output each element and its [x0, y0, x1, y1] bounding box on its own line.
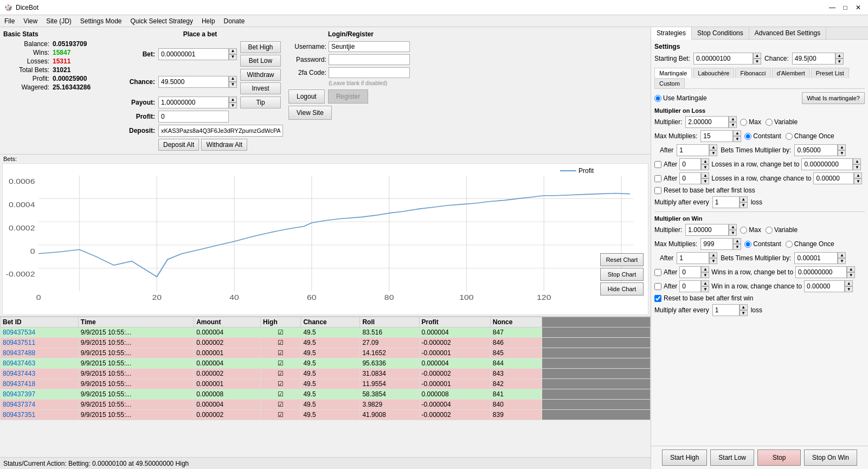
- tab-stop-conditions[interactable]: Stop Conditions: [692, 27, 749, 39]
- username-input[interactable]: [329, 41, 410, 52]
- bet-id-link[interactable]: 809437351: [3, 411, 35, 419]
- max-mult-input[interactable]: [700, 130, 733, 142]
- bet-id-link[interactable]: 809437443: [3, 370, 35, 377]
- times-mult-win-spin-up[interactable]: ▲: [838, 252, 846, 258]
- menu-file[interactable]: File: [0, 16, 19, 26]
- multiplier-win-input[interactable]: [685, 224, 729, 236]
- chance-input[interactable]: [158, 76, 229, 88]
- bet-high-button[interactable]: Bet High: [240, 41, 281, 53]
- change-chance-val-input[interactable]: [813, 172, 854, 184]
- bet-id-link[interactable]: 809437534: [3, 329, 35, 336]
- mart-tab-dalembert[interactable]: d'Alembert: [772, 68, 810, 78]
- constant-radio-loss[interactable]: [744, 133, 751, 140]
- bet-low-button[interactable]: Bet Low: [240, 55, 281, 67]
- withdraw-button[interactable]: Withdraw: [240, 69, 281, 81]
- chance-spin-down[interactable]: ▼: [229, 82, 237, 88]
- change-bet-spin-down[interactable]: ▼: [853, 164, 861, 170]
- starting-bet-spin-up[interactable]: ▲: [753, 53, 761, 59]
- starting-bet-spin-down[interactable]: ▼: [753, 59, 761, 65]
- reset-chart-button[interactable]: Reset Chart: [600, 253, 644, 266]
- mart-tab-custom[interactable]: Custom: [654, 78, 685, 88]
- invest-button[interactable]: Invest: [240, 82, 281, 94]
- multiply-win-every-spin-up[interactable]: ▲: [740, 304, 748, 310]
- max-radio-win[interactable]: [740, 227, 747, 234]
- after-wins-chance-spin-up[interactable]: ▲: [701, 280, 709, 286]
- after-losses-spin-up[interactable]: ▲: [701, 158, 709, 164]
- deposit-input[interactable]: [158, 125, 283, 137]
- menu-quick-select[interactable]: Quick Select Strategy: [126, 16, 197, 26]
- bet-id-link[interactable]: 809437374: [3, 401, 35, 408]
- password-input[interactable]: [329, 54, 410, 65]
- after-losses-chance-checkbox[interactable]: [654, 175, 661, 182]
- after-loss-spin-up[interactable]: ▲: [709, 144, 717, 150]
- twofa-input[interactable]: [329, 67, 410, 78]
- change-chance-spin-up[interactable]: ▲: [854, 172, 862, 178]
- change-win-bet-spin-up[interactable]: ▲: [847, 266, 855, 272]
- change-once-radio-win[interactable]: [786, 241, 793, 248]
- times-mult-spin-down[interactable]: ▼: [838, 150, 846, 156]
- after-win-bets-input[interactable]: [677, 252, 709, 264]
- stop-button[interactable]: Stop: [757, 449, 801, 466]
- stop-chart-button[interactable]: Stop Chart: [600, 268, 644, 281]
- mart-tab-fibonacci[interactable]: Fibonacci: [735, 68, 770, 78]
- after-losses-spin-down[interactable]: ▼: [701, 164, 709, 170]
- minimize-button[interactable]: —: [827, 3, 838, 12]
- change-once-radio-loss[interactable]: [786, 133, 793, 140]
- tab-strategies[interactable]: Strategies: [651, 27, 692, 40]
- chance-spin-up[interactable]: ▲: [229, 76, 237, 82]
- bet-id-link[interactable]: 809437488: [3, 349, 35, 357]
- menu-view[interactable]: View: [19, 16, 42, 26]
- payout-spin-down[interactable]: ▼: [229, 102, 237, 108]
- bet-table-wrap[interactable]: Bet ID Time Amount High Chance Roll Prof…: [0, 316, 651, 425]
- bet-id-link[interactable]: 809437397: [3, 390, 35, 398]
- mult-loss-spin-up[interactable]: ▲: [729, 116, 737, 122]
- chance-right-spin-down[interactable]: ▼: [835, 59, 844, 65]
- after-loss-spin-down[interactable]: ▼: [709, 150, 717, 156]
- constant-radio-win[interactable]: [744, 241, 751, 248]
- after-win-spin-up[interactable]: ▲: [709, 252, 717, 258]
- reset-base-win-checkbox[interactable]: [654, 295, 661, 302]
- after-losses-chance-spin-down[interactable]: ▼: [701, 178, 709, 184]
- start-high-button[interactable]: Start High: [662, 449, 707, 466]
- mult-loss-spin-down[interactable]: ▼: [729, 122, 737, 128]
- logout-button[interactable]: Logout: [288, 89, 325, 104]
- mart-tab-martingale[interactable]: Martingale: [654, 68, 692, 78]
- multiplier-loss-input[interactable]: [685, 116, 729, 128]
- change-bet-val-input[interactable]: [801, 158, 853, 170]
- change-chance-spin-down[interactable]: ▼: [854, 178, 862, 184]
- mult-win-spin-down[interactable]: ▼: [729, 230, 737, 236]
- bet-id-link[interactable]: 809437463: [3, 359, 35, 367]
- after-wins-chance-spin-down[interactable]: ▼: [701, 286, 709, 292]
- max-mult-win-spin-up[interactable]: ▲: [733, 238, 741, 244]
- payout-spin-up[interactable]: ▲: [229, 97, 237, 102]
- after-wins-chance-checkbox[interactable]: [654, 283, 661, 290]
- chance-right-input[interactable]: [792, 53, 835, 65]
- after-losses-chance-input[interactable]: [679, 172, 701, 184]
- multiply-win-every-spin-down[interactable]: ▼: [740, 310, 748, 316]
- menu-donate[interactable]: Donate: [220, 16, 249, 26]
- after-loss-bets-input[interactable]: [677, 144, 709, 156]
- bet-input[interactable]: [158, 48, 229, 60]
- register-button[interactable]: Register: [328, 89, 369, 104]
- change-win-chance-val-input[interactable]: [804, 280, 845, 292]
- bet-spin-down[interactable]: ▼: [229, 54, 237, 60]
- withdraw-alt-button[interactable]: Withdraw Alt: [201, 139, 247, 151]
- reset-base-loss-checkbox[interactable]: [654, 187, 661, 194]
- times-mult-spin-up[interactable]: ▲: [838, 144, 846, 150]
- after-losses-chance-spin-up[interactable]: ▲: [701, 172, 709, 178]
- change-win-chance-spin-down[interactable]: ▼: [845, 286, 853, 292]
- profit-input[interactable]: [158, 111, 229, 123]
- stop-on-win-button[interactable]: Stop On Win: [804, 449, 857, 466]
- close-button[interactable]: ✕: [853, 3, 864, 12]
- tip-button[interactable]: Tip: [240, 97, 281, 108]
- multiply-every-spin-down[interactable]: ▼: [740, 202, 748, 208]
- hide-chart-button[interactable]: Hide Chart: [600, 282, 644, 295]
- after-losses-bet-checkbox[interactable]: [654, 161, 661, 168]
- menu-settings-mode[interactable]: Settings Mode: [76, 16, 126, 26]
- maximize-button[interactable]: □: [840, 3, 851, 12]
- bet-id-link[interactable]: 809437511: [3, 339, 35, 346]
- multiply-every-input[interactable]: [712, 196, 740, 208]
- tab-advanced-bet-settings[interactable]: Advanced Bet Settings: [749, 27, 826, 39]
- after-wins-spin-down[interactable]: ▼: [701, 272, 709, 278]
- mart-tab-labouchere[interactable]: Labouchère: [693, 68, 734, 78]
